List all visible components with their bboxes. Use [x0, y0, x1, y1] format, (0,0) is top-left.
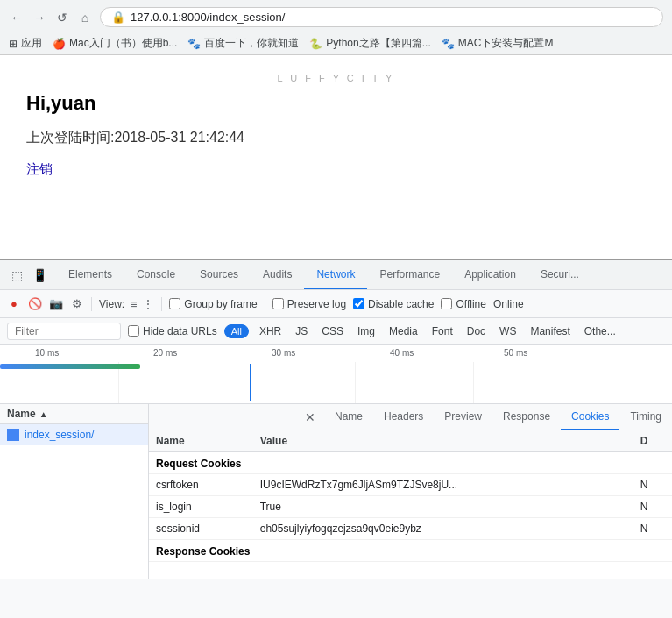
- inspect-icon[interactable]: ⬚: [7, 266, 26, 285]
- filter-type-doc[interactable]: Doc: [463, 325, 489, 337]
- online-label: Online: [493, 298, 524, 310]
- address-text: 127.0.0.1:8000/index_session/: [131, 11, 285, 24]
- detail-tab-timing[interactable]: Timing: [619, 404, 672, 430]
- bookmarks-bar: ⊞ 应用 🍎 Mac入门（书）使用b... 🐾 百度一下，你就知道 🐍 Pyth…: [9, 32, 663, 54]
- timeline-marker-blue: [250, 364, 251, 401]
- view-label: View: ≡ ⋮: [99, 297, 154, 311]
- list-item-index-session[interactable]: index_session/: [0, 424, 148, 445]
- browser-chrome: ← → ↺ ⌂ 🔒 127.0.0.1:8000/index_session/ …: [0, 0, 672, 55]
- filter-type-css[interactable]: CSS: [318, 325, 347, 337]
- hide-data-urls-option[interactable]: Hide data URLs: [128, 325, 217, 337]
- disable-cache-checkbox[interactable]: Disable cache: [353, 298, 434, 310]
- file-list-header: Name ▲: [0, 404, 148, 424]
- home-button[interactable]: ⌂: [77, 10, 93, 25]
- detail-tabs: ✕ Name Headers Preview Response Cookies …: [149, 404, 672, 430]
- name-column-header: Name: [7, 408, 36, 420]
- ruler-10ms: 10 ms: [35, 348, 59, 358]
- reload-button[interactable]: ↺: [54, 10, 70, 25]
- camera-button[interactable]: 📷: [49, 297, 63, 311]
- detail-tab-cookies[interactable]: Cookies: [561, 404, 619, 430]
- filter-input[interactable]: [7, 323, 121, 340]
- bookmark-baidu[interactable]: 🐾 百度一下，你就知道: [187, 36, 299, 51]
- device-icon[interactable]: 📱: [30, 266, 49, 285]
- tab-performance[interactable]: Performance: [367, 260, 452, 290]
- preserve-log-input[interactable]: [272, 298, 284, 309]
- filter-type-other[interactable]: Othe...: [581, 325, 619, 337]
- detail-tab-headers[interactable]: Headers: [373, 404, 434, 430]
- bookmark-python[interactable]: 🐍 Python之路【第四篇...: [309, 36, 430, 51]
- group-by-frame-checkbox[interactable]: Group by frame: [169, 298, 257, 310]
- tab-sources[interactable]: Sources: [187, 260, 251, 290]
- detail-tab-preview[interactable]: Preview: [434, 404, 492, 430]
- file-icon: [7, 429, 19, 441]
- back-button[interactable]: ←: [9, 10, 25, 25]
- devtools-icon-area: ⬚ 📱: [0, 266, 56, 285]
- filter-type-ws[interactable]: WS: [496, 325, 520, 337]
- disable-cache-input[interactable]: [353, 298, 364, 309]
- detail-tab-response[interactable]: Response: [492, 404, 561, 430]
- address-bar[interactable]: 🔒 127.0.0.1:8000/index_session/: [100, 7, 663, 27]
- table-header-row: Name Value D: [149, 430, 672, 452]
- browser-nav: ← → ↺ ⌂ 🔒 127.0.0.1:8000/index_session/: [9, 7, 663, 27]
- ruler-50ms: 50 ms: [504, 348, 527, 358]
- ruler-40ms: 40 ms: [390, 348, 414, 358]
- csrftoken-d: N: [633, 474, 672, 496]
- timeline-ruler: 10 ms 20 ms 30 ms 40 ms 50 ms: [0, 345, 672, 362]
- ruler-20ms: 20 ms: [153, 348, 177, 358]
- timeline-area: 10 ms 20 ms 30 ms 40 ms 50 ms: [0, 345, 672, 404]
- is-login-name: is_login: [149, 496, 253, 518]
- filter-button[interactable]: ⚙: [70, 297, 84, 311]
- csrftoken-name: csrftoken: [149, 474, 253, 496]
- filter-type-manifest[interactable]: Manifest: [527, 325, 573, 337]
- offline-checkbox[interactable]: Offline: [441, 298, 485, 310]
- hide-data-urls-input[interactable]: [128, 325, 139, 337]
- record-button[interactable]: ●: [7, 297, 21, 311]
- preserve-log-checkbox[interactable]: Preserve log: [272, 298, 346, 310]
- col-value-header: Value: [253, 430, 633, 452]
- filter-type-media[interactable]: Media: [386, 325, 421, 337]
- sessionid-value: eh05sujlyiyfogqzejzsa9qv0eie9ybz: [253, 518, 633, 540]
- col-name-header: Name: [149, 430, 253, 452]
- bookmark-mac2[interactable]: 🐾 MAC下安装与配置M: [442, 36, 554, 51]
- tree-view-icon[interactable]: ⋮: [142, 297, 154, 311]
- tab-audits[interactable]: Audits: [251, 260, 304, 290]
- forward-button[interactable]: →: [32, 10, 47, 25]
- page-content: L U F F Y C I T Y Hi,yuan 上次登陆时间:2018-05…: [0, 55, 672, 195]
- ruler-30ms: 30 ms: [272, 348, 295, 358]
- bookmark-apps[interactable]: ⊞ 应用: [9, 36, 42, 51]
- clear-button[interactable]: 🚫: [28, 297, 42, 311]
- network-toolbar: ● 🚫 📷 ⚙ View: ≡ ⋮ Group by frame Preserv…: [0, 290, 672, 318]
- response-cookies-label: Response Cookies: [149, 540, 672, 562]
- detail-tab-name[interactable]: Name: [324, 404, 373, 430]
- table-row-is-login[interactable]: is_login True N: [149, 496, 672, 518]
- is-login-value: True: [253, 496, 633, 518]
- csrftoken-value: IU9cIEWdRzTx7gm6JljASm9TZJSve8jU...: [253, 474, 633, 496]
- is-login-d: N: [633, 496, 672, 518]
- bookmark-mac[interactable]: 🍎 Mac入门（书）使用b...: [53, 36, 177, 51]
- filter-type-font[interactable]: Font: [428, 325, 456, 337]
- table-row-sessionid[interactable]: sessionid eh05sujlyiyfogqzejzsa9qv0eie9y…: [149, 518, 672, 540]
- devtools-tabs: ⬚ 📱 Elements Console Sources Audits Netw…: [0, 260, 672, 290]
- sessionid-d: N: [633, 518, 672, 540]
- greeting: Hi,yuan: [26, 92, 646, 115]
- tab-security[interactable]: Securi...: [528, 260, 591, 290]
- table-row-csrftoken[interactable]: csrftoken IU9cIEWdRzTx7gm6JljASm9TZJSve8…: [149, 474, 672, 496]
- offline-input[interactable]: [441, 298, 452, 309]
- tab-application[interactable]: Application: [452, 260, 528, 290]
- last-login-text: 上次登陆时间:2018-05-31 21:42:44: [26, 129, 646, 147]
- logout-link[interactable]: 注销: [26, 161, 53, 176]
- request-cookies-label: Request Cookies: [149, 452, 672, 474]
- filter-btn-all[interactable]: All: [224, 324, 249, 338]
- toolbar-separator-2: [161, 297, 162, 311]
- detail-close-button[interactable]: ✕: [296, 410, 324, 424]
- file-list: Name ▲ index_session/: [0, 404, 149, 579]
- filter-type-js[interactable]: JS: [292, 325, 311, 337]
- tab-console[interactable]: Console: [124, 260, 187, 290]
- list-view-icon[interactable]: ≡: [130, 297, 137, 311]
- group-by-frame-input[interactable]: [169, 298, 180, 309]
- filter-bar: Hide data URLs All XHR JS CSS Img Media …: [0, 318, 672, 345]
- filter-type-xhr[interactable]: XHR: [256, 325, 285, 337]
- tab-network[interactable]: Network: [304, 260, 367, 290]
- tab-elements[interactable]: Elements: [56, 260, 124, 290]
- filter-type-img[interactable]: Img: [354, 325, 378, 337]
